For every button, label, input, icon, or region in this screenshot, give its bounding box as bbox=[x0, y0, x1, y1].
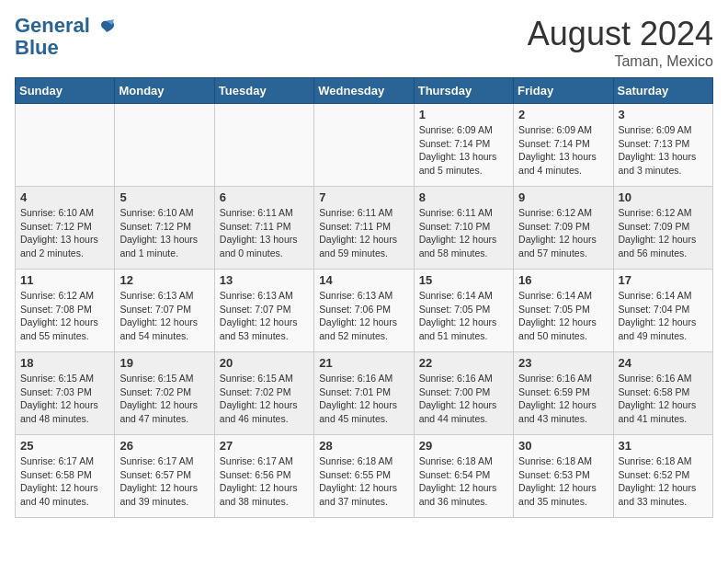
logo-bird-icon bbox=[97, 17, 116, 36]
day-info: Sunrise: 6:18 AM Sunset: 6:55 PM Dayligh… bbox=[319, 454, 408, 509]
day-number: 18 bbox=[20, 356, 109, 370]
day-info: Sunrise: 6:12 AM Sunset: 7:08 PM Dayligh… bbox=[20, 289, 109, 343]
day-number: 1 bbox=[419, 108, 508, 121]
day-number: 5 bbox=[119, 190, 209, 204]
day-info: Sunrise: 6:18 AM Sunset: 6:53 PM Dayligh… bbox=[518, 454, 608, 509]
day-info: Sunrise: 6:10 AM Sunset: 7:12 PM Dayligh… bbox=[119, 206, 209, 260]
day-number: 15 bbox=[419, 273, 508, 287]
day-cell: 9Sunrise: 6:12 AM Sunset: 7:09 PM Daylig… bbox=[514, 187, 613, 270]
header-friday: Friday bbox=[514, 78, 613, 104]
day-info: Sunrise: 6:18 AM Sunset: 6:52 PM Dayligh… bbox=[619, 454, 708, 509]
day-number: 8 bbox=[419, 190, 508, 204]
calendar-header-row: SundayMondayTuesdayWednesdayThursdayFrid… bbox=[16, 78, 713, 104]
day-cell: 21Sunrise: 6:16 AM Sunset: 7:01 PM Dayli… bbox=[314, 352, 414, 435]
day-cell bbox=[214, 104, 313, 187]
day-cell: 29Sunrise: 6:18 AM Sunset: 6:54 PM Dayli… bbox=[414, 435, 513, 518]
day-number: 30 bbox=[518, 439, 608, 453]
day-cell: 8Sunrise: 6:11 AM Sunset: 7:10 PM Daylig… bbox=[414, 187, 513, 270]
day-number: 20 bbox=[220, 356, 309, 370]
day-cell: 5Sunrise: 6:10 AM Sunset: 7:12 PM Daylig… bbox=[115, 187, 214, 270]
header-sunday: Sunday bbox=[16, 78, 115, 104]
day-cell: 19Sunrise: 6:15 AM Sunset: 7:02 PM Dayli… bbox=[115, 352, 214, 435]
day-cell: 24Sunrise: 6:16 AM Sunset: 6:58 PM Dayli… bbox=[613, 352, 712, 435]
month-title: August 2024 bbox=[528, 15, 713, 53]
logo-line2: Blue bbox=[15, 37, 116, 59]
header-saturday: Saturday bbox=[613, 78, 712, 104]
day-info: Sunrise: 6:16 AM Sunset: 6:58 PM Dayligh… bbox=[619, 372, 708, 426]
day-info: Sunrise: 6:16 AM Sunset: 7:00 PM Dayligh… bbox=[419, 372, 508, 426]
day-info: Sunrise: 6:12 AM Sunset: 7:09 PM Dayligh… bbox=[619, 206, 708, 260]
day-number: 29 bbox=[419, 439, 508, 453]
day-cell: 27Sunrise: 6:17 AM Sunset: 6:56 PM Dayli… bbox=[214, 435, 313, 518]
day-info: Sunrise: 6:18 AM Sunset: 6:54 PM Dayligh… bbox=[419, 454, 508, 509]
day-info: Sunrise: 6:17 AM Sunset: 6:56 PM Dayligh… bbox=[220, 454, 309, 509]
day-cell: 17Sunrise: 6:14 AM Sunset: 7:04 PM Dayli… bbox=[613, 270, 712, 352]
header-thursday: Thursday bbox=[414, 78, 513, 104]
day-number: 17 bbox=[619, 273, 708, 287]
day-number: 10 bbox=[619, 190, 708, 204]
logo-line1: General bbox=[15, 14, 90, 37]
day-number: 21 bbox=[319, 356, 408, 370]
day-number: 3 bbox=[619, 108, 708, 121]
day-info: Sunrise: 6:14 AM Sunset: 7:04 PM Dayligh… bbox=[619, 289, 708, 343]
day-info: Sunrise: 6:11 AM Sunset: 7:11 PM Dayligh… bbox=[220, 206, 309, 260]
day-cell: 3Sunrise: 6:09 AM Sunset: 7:13 PM Daylig… bbox=[613, 104, 712, 187]
day-cell: 26Sunrise: 6:17 AM Sunset: 6:57 PM Dayli… bbox=[115, 435, 214, 518]
day-cell: 4Sunrise: 6:10 AM Sunset: 7:12 PM Daylig… bbox=[16, 187, 115, 270]
day-number: 24 bbox=[619, 356, 708, 370]
day-number: 27 bbox=[220, 439, 309, 453]
day-number: 22 bbox=[419, 356, 508, 370]
day-info: Sunrise: 6:17 AM Sunset: 6:57 PM Dayligh… bbox=[119, 454, 209, 509]
day-info: Sunrise: 6:17 AM Sunset: 6:58 PM Dayligh… bbox=[20, 454, 109, 509]
day-info: Sunrise: 6:13 AM Sunset: 7:06 PM Dayligh… bbox=[319, 289, 408, 343]
week-row-3: 11Sunrise: 6:12 AM Sunset: 7:08 PM Dayli… bbox=[16, 270, 713, 352]
page-header: General Blue August 2024 Taman, Mexico bbox=[15, 15, 713, 70]
day-cell bbox=[16, 104, 115, 187]
day-number: 9 bbox=[518, 190, 608, 204]
day-cell: 18Sunrise: 6:15 AM Sunset: 7:03 PM Dayli… bbox=[16, 352, 115, 435]
day-cell: 11Sunrise: 6:12 AM Sunset: 7:08 PM Dayli… bbox=[16, 270, 115, 352]
day-cell bbox=[115, 104, 214, 187]
day-info: Sunrise: 6:14 AM Sunset: 7:05 PM Dayligh… bbox=[419, 289, 508, 343]
header-tuesday: Tuesday bbox=[214, 78, 313, 104]
day-number: 2 bbox=[518, 108, 608, 121]
day-number: 14 bbox=[319, 273, 408, 287]
day-cell: 25Sunrise: 6:17 AM Sunset: 6:58 PM Dayli… bbox=[16, 435, 115, 518]
day-info: Sunrise: 6:14 AM Sunset: 7:05 PM Dayligh… bbox=[518, 289, 608, 343]
day-number: 23 bbox=[518, 356, 608, 370]
day-number: 31 bbox=[619, 439, 708, 453]
day-number: 19 bbox=[119, 356, 209, 370]
day-info: Sunrise: 6:09 AM Sunset: 7:14 PM Dayligh… bbox=[518, 123, 608, 178]
logo: General Blue bbox=[15, 15, 116, 59]
day-cell: 15Sunrise: 6:14 AM Sunset: 7:05 PM Dayli… bbox=[414, 270, 513, 352]
day-info: Sunrise: 6:13 AM Sunset: 7:07 PM Dayligh… bbox=[119, 289, 209, 343]
day-cell: 22Sunrise: 6:16 AM Sunset: 7:00 PM Dayli… bbox=[414, 352, 513, 435]
day-info: Sunrise: 6:15 AM Sunset: 7:03 PM Dayligh… bbox=[20, 372, 109, 426]
day-number: 6 bbox=[220, 190, 309, 204]
day-info: Sunrise: 6:15 AM Sunset: 7:02 PM Dayligh… bbox=[220, 372, 309, 426]
day-info: Sunrise: 6:10 AM Sunset: 7:12 PM Dayligh… bbox=[20, 206, 109, 260]
title-block: August 2024 Taman, Mexico bbox=[528, 15, 713, 70]
header-wednesday: Wednesday bbox=[314, 78, 414, 104]
day-cell bbox=[314, 104, 414, 187]
day-cell: 6Sunrise: 6:11 AM Sunset: 7:11 PM Daylig… bbox=[214, 187, 313, 270]
day-info: Sunrise: 6:09 AM Sunset: 7:13 PM Dayligh… bbox=[619, 123, 708, 178]
week-row-5: 25Sunrise: 6:17 AM Sunset: 6:58 PM Dayli… bbox=[16, 435, 713, 518]
day-number: 11 bbox=[20, 273, 109, 287]
day-cell: 1Sunrise: 6:09 AM Sunset: 7:14 PM Daylig… bbox=[414, 104, 513, 187]
week-row-4: 18Sunrise: 6:15 AM Sunset: 7:03 PM Dayli… bbox=[16, 352, 713, 435]
day-info: Sunrise: 6:13 AM Sunset: 7:07 PM Dayligh… bbox=[220, 289, 309, 343]
day-number: 25 bbox=[20, 439, 109, 453]
day-number: 13 bbox=[220, 273, 309, 287]
day-cell: 20Sunrise: 6:15 AM Sunset: 7:02 PM Dayli… bbox=[214, 352, 313, 435]
day-info: Sunrise: 6:09 AM Sunset: 7:14 PM Dayligh… bbox=[419, 123, 508, 178]
day-number: 16 bbox=[518, 273, 608, 287]
day-cell: 7Sunrise: 6:11 AM Sunset: 7:11 PM Daylig… bbox=[314, 187, 414, 270]
day-info: Sunrise: 6:11 AM Sunset: 7:11 PM Dayligh… bbox=[319, 206, 408, 260]
day-cell: 23Sunrise: 6:16 AM Sunset: 6:59 PM Dayli… bbox=[514, 352, 613, 435]
day-cell: 14Sunrise: 6:13 AM Sunset: 7:06 PM Dayli… bbox=[314, 270, 414, 352]
header-monday: Monday bbox=[115, 78, 214, 104]
day-info: Sunrise: 6:16 AM Sunset: 6:59 PM Dayligh… bbox=[518, 372, 608, 426]
day-number: 4 bbox=[20, 190, 109, 204]
location: Taman, Mexico bbox=[528, 53, 713, 70]
